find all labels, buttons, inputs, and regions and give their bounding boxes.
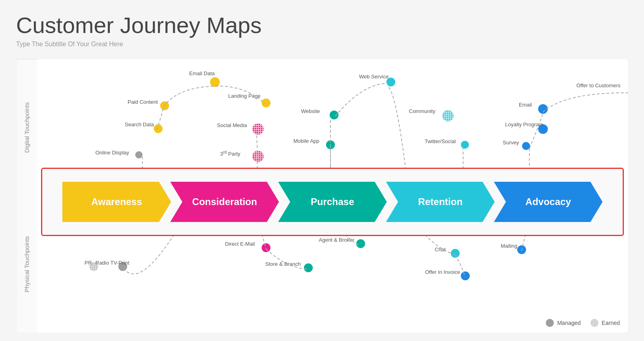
legend-earned: Earned [590, 319, 620, 327]
label-agent-broker: Agent & Broker [319, 237, 354, 243]
page-title: Customer Journey Maps [16, 12, 628, 38]
page: Customer Journey Maps Type The Subtitle … [0, 0, 644, 341]
journey-section: Awareness Consideration Purchase [41, 168, 624, 236]
legend-managed-label: Managed [557, 320, 580, 326]
dot-direct-email [262, 243, 270, 252]
label-chat: Chat [435, 247, 446, 253]
dot-paid-content [160, 101, 169, 110]
label-offer-in-invoice: Offer in Invoice [425, 269, 460, 275]
dot-website [330, 111, 339, 119]
main-card: Digital Touchpoints Physical Touchpoints… [16, 59, 628, 333]
digital-touchpoints-label: Digital Touchpoints [16, 59, 37, 196]
content-area: .dash { stroke: #aaa; stroke-width: 2; s… [37, 59, 628, 333]
dot-offer-in-invoice [461, 271, 470, 280]
label-website: Website [301, 108, 320, 114]
label-search-data: Search Data [125, 121, 154, 127]
label-email: Email [519, 102, 532, 108]
label-loyalty-program: Loyalty Program [505, 121, 543, 127]
label-community: Community [409, 108, 436, 114]
label-mobile-app: Mobile App [293, 138, 319, 144]
dot-mobile-app [326, 140, 335, 149]
label-email-data: Email Data [189, 70, 215, 76]
dot-social-media [252, 123, 264, 135]
physical-touchpoints-label: Physical Touchpoints [16, 196, 37, 333]
dot-search-data [154, 124, 163, 133]
side-labels: Digital Touchpoints Physical Touchpoints [16, 59, 37, 333]
page-subtitle: Type The Subtitle Of Your Great Here [16, 41, 628, 48]
label-store-branch: Store & Branch [265, 261, 301, 267]
legend-earned-dot [590, 319, 599, 327]
legend-managed-dot [546, 319, 554, 327]
dot-landing-page [262, 99, 270, 107]
stage-purchase-label: Purchase [311, 196, 354, 208]
dot-email [538, 104, 548, 114]
label-direct-email: Direct E-Mail [225, 241, 255, 247]
dot-chat [451, 249, 460, 258]
label-paid-content: Paid Content [128, 99, 158, 105]
dot-online-display [135, 151, 142, 158]
dot-3rd-party [252, 151, 264, 162]
legend-earned-label: Earned [602, 320, 620, 326]
dot-community [442, 110, 454, 121]
stage-retention-label: Retention [418, 196, 463, 208]
dot-twitter-social [461, 141, 469, 149]
legend: Managed Earned [546, 319, 620, 327]
stage-advocacy-label: Advocacy [525, 196, 571, 208]
dot-store-branch [304, 263, 313, 272]
label-survey: Survey [503, 140, 519, 146]
dot-email-data [210, 77, 220, 87]
stage-awareness-label: Awareness [91, 196, 142, 208]
stage-consideration[interactable]: Consideration [170, 182, 279, 222]
label-pr: PR [85, 260, 92, 266]
stage-retention[interactable]: Retention [386, 182, 495, 222]
label-online-display: Online Display [95, 150, 129, 156]
label-mailing: Mailing [501, 243, 517, 249]
stage-consideration-label: Consideration [192, 196, 257, 208]
stage-awareness[interactable]: Awareness [62, 182, 171, 222]
label-radio-tv-print: Radio TV-Print [95, 260, 129, 266]
dot-agent-broker [356, 239, 365, 248]
stage-purchase[interactable]: Purchase [278, 182, 387, 222]
legend-managed: Managed [546, 319, 580, 327]
stage-advocacy[interactable]: Advocacy [494, 182, 603, 222]
label-twitter-social: Twitter/Social [425, 138, 456, 144]
label-3rd-party: 3rd Party [220, 150, 240, 157]
label-landing-page: Landing Page [228, 93, 260, 99]
label-web-service: Web Service [359, 74, 388, 80]
label-offer-to-customers: Offer to Customers [576, 82, 621, 88]
dot-survey [522, 142, 530, 150]
label-social-media: Social Media [217, 122, 247, 128]
dot-mailing [517, 245, 526, 254]
